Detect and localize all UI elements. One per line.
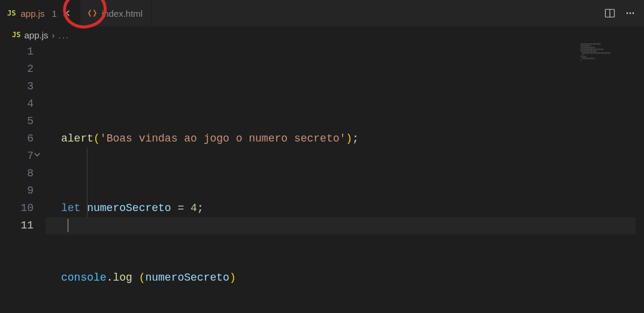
minimap[interactable]: ████████████████████████████ ███████████… [580,43,634,85]
svg-point-2 [627,13,628,14]
tab-bar: JS app.js 1 index.html [0,0,644,26]
split-editor-icon[interactable] [603,7,616,20]
line-number: 4 [0,95,34,113]
line-number: 6 [0,130,34,148]
line-number: 5 [0,113,34,130]
code-area[interactable]: alert('Boas vindas ao jogo o numero secr… [46,43,644,313]
more-actions-icon[interactable] [624,7,637,20]
fold-chevron-icon[interactable] [34,151,41,158]
chevron-right-icon: › [52,30,55,40]
code-line: console.log (numeroSecreto) [61,269,644,287]
indent-guide [87,148,87,217]
code-line: alert('Boas vindas ao jogo o numero secr… [61,130,644,148]
tab-actions [603,7,644,20]
breadcrumb-rest: ... [58,30,69,40]
tab-filename: index.html [102,8,143,19]
js-file-icon: JS [7,9,16,17]
vertical-scrollbar[interactable] [636,26,644,313]
svg-point-3 [630,13,631,14]
tab-app-js[interactable]: JS app.js 1 [0,0,80,26]
line-number: 1 [0,43,34,61]
breadcrumb-file: app.js [24,30,48,40]
tab-filename: app.js [20,8,44,19]
js-file-icon: JS [12,31,20,39]
code-line: let numeroSecreto = 4; [61,200,644,217]
line-number: 11 [0,217,34,234]
line-number: 9 [0,182,34,200]
tab-error-count: 1 [52,8,56,19]
svg-point-4 [633,13,634,14]
current-line-highlight [46,217,636,234]
line-number: 2 [0,61,34,78]
close-icon[interactable] [62,8,71,18]
html-file-icon [87,8,97,18]
line-number: 10 [0,200,34,217]
breadcrumb[interactable]: JS app.js › ... [0,26,644,43]
tab-index-html[interactable]: index.html [80,0,152,26]
line-number-gutter: 1234567891011 [0,43,46,313]
text-cursor [68,219,68,232]
line-number: 8 [0,165,34,182]
line-number: 3 [0,78,34,95]
line-number: 7 [0,148,34,165]
code-editor[interactable]: 1234567891011 alert('Boas vindas ao jogo… [0,43,644,313]
